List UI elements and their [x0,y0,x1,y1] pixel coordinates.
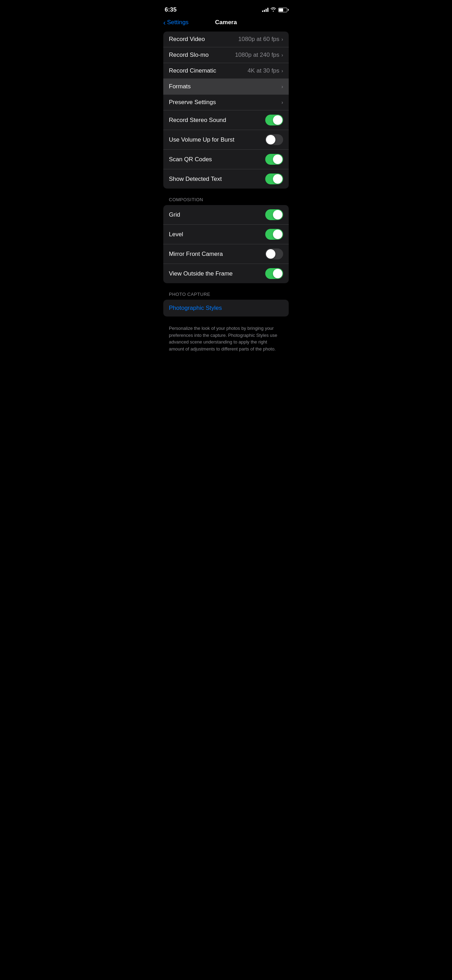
page-title: Camera [215,19,237,26]
formats-label: Formats [169,83,191,90]
grid-toggle[interactable] [265,209,283,220]
record-stereo-toggle-knob [273,115,282,125]
main-settings-group: Record Video 1080p at 60 fps › Record Sl… [163,32,289,189]
record-video-right: 1080p at 60 fps › [238,36,283,43]
level-label: Level [169,231,183,238]
formats-row[interactable]: Formats › [163,79,289,95]
scan-qr-row: Scan QR Codes [163,150,289,169]
status-bar: 6:35 [158,0,294,18]
photographic-styles-description: Personalize the look of your photos by b… [158,322,294,358]
record-slomo-row[interactable]: Record Slo-mo 1080p at 240 fps › [163,47,289,63]
grid-label: Grid [169,212,180,218]
preserve-settings-right: › [282,100,283,105]
record-video-chevron-icon: › [282,37,283,42]
level-toggle-knob [273,229,282,239]
record-video-row[interactable]: Record Video 1080p at 60 fps › [163,32,289,47]
record-cinematic-chevron-icon: › [282,68,283,73]
record-cinematic-right: 4K at 30 fps › [248,67,283,74]
view-outside-frame-label: View Outside the Frame [169,270,232,277]
scan-qr-toggle[interactable] [265,154,283,165]
grid-toggle-knob [273,210,282,220]
record-slomo-label: Record Slo-mo [169,51,208,59]
formats-right: › [282,84,283,89]
mirror-front-camera-row: Mirror Front Camera [163,244,289,264]
grid-row: Grid [163,205,289,225]
back-chevron-icon: ‹ [163,19,166,26]
show-detected-text-toggle[interactable] [265,173,283,185]
back-label: Settings [167,19,188,26]
status-time: 6:35 [165,6,177,13]
back-button[interactable]: ‹ Settings [163,19,188,26]
record-video-label: Record Video [169,36,205,43]
photo-capture-section-header: PHOTO CAPTURE [158,289,294,300]
view-outside-frame-toggle[interactable] [265,268,283,279]
show-detected-text-label: Show Detected Text [169,176,222,183]
record-slomo-right: 1080p at 240 fps › [235,51,283,59]
battery-icon [278,8,287,12]
signal-icon [262,8,268,12]
show-detected-text-toggle-knob [273,174,282,184]
record-cinematic-row[interactable]: Record Cinematic 4K at 30 fps › [163,63,289,79]
volume-burst-row: Use Volume Up for Burst [163,130,289,150]
wifi-icon [271,7,276,13]
preserve-settings-label: Preserve Settings [169,99,216,106]
volume-burst-toggle-knob [266,135,275,145]
record-cinematic-value: 4K at 30 fps [248,67,280,74]
photographic-styles-row[interactable]: Photographic Styles [163,300,289,317]
mirror-front-camera-toggle[interactable] [265,248,283,259]
formats-chevron-icon: › [282,84,283,89]
mirror-front-camera-toggle-knob [266,249,275,259]
scan-qr-label: Scan QR Codes [169,156,212,163]
record-stereo-label: Record Stereo Sound [169,117,226,124]
volume-burst-label: Use Volume Up for Burst [169,136,234,143]
scan-qr-toggle-knob [273,154,282,164]
preserve-settings-chevron-icon: › [282,100,283,105]
record-cinematic-label: Record Cinematic [169,67,216,74]
record-video-value: 1080p at 60 fps [238,36,279,43]
composition-settings-group: Grid Level Mirror Front Camera View Outs… [163,205,289,283]
view-outside-frame-toggle-knob [273,269,282,278]
preserve-settings-row[interactable]: Preserve Settings › [163,95,289,110]
composition-section-header: COMPOSITION [158,194,294,205]
status-icons [262,7,287,13]
record-slomo-chevron-icon: › [282,52,283,58]
level-row: Level [163,225,289,244]
mirror-front-camera-label: Mirror Front Camera [169,251,223,258]
nav-bar: ‹ Settings Camera [158,18,294,32]
record-stereo-row: Record Stereo Sound [163,110,289,130]
record-stereo-toggle[interactable] [265,115,283,126]
volume-burst-toggle[interactable] [265,134,283,145]
level-toggle[interactable] [265,229,283,240]
view-outside-frame-row: View Outside the Frame [163,264,289,283]
photo-capture-settings-group: Photographic Styles [163,300,289,317]
record-slomo-value: 1080p at 240 fps [235,51,280,59]
photographic-styles-label: Photographic Styles [169,305,222,312]
show-detected-text-row: Show Detected Text [163,169,289,189]
